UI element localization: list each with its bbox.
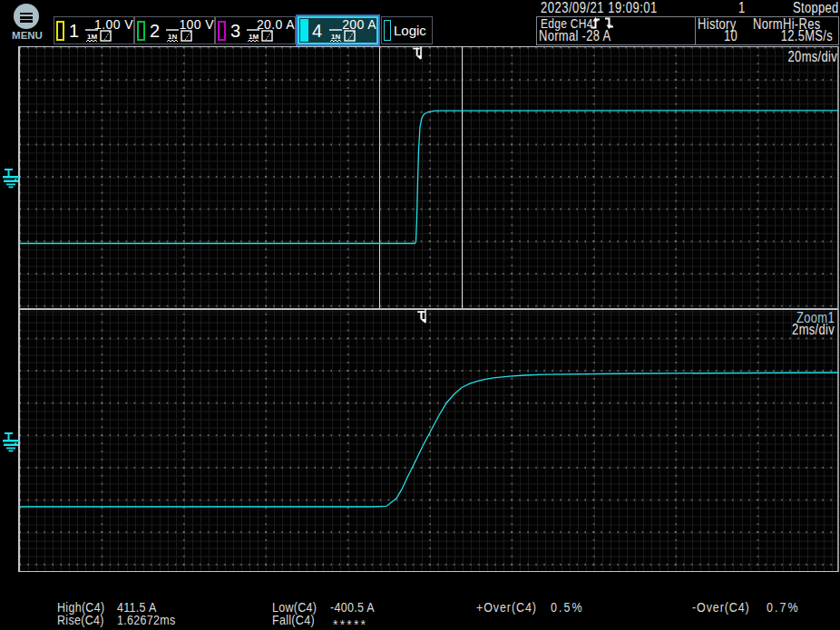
svg-text:1M: 1M <box>249 33 259 41</box>
svg-text:1M: 1M <box>87 33 97 41</box>
